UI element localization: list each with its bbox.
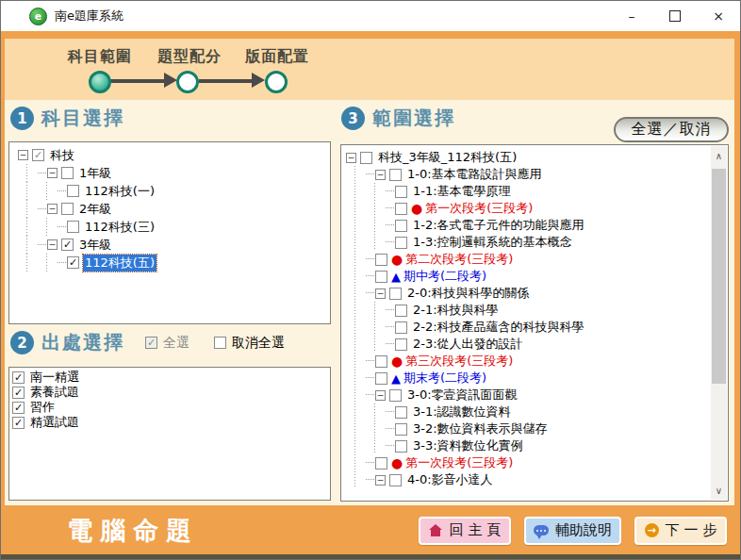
tree-node-label[interactable]: 科技 xyxy=(48,147,76,164)
node-checkbox[interactable] xyxy=(375,457,387,469)
node-checkbox[interactable] xyxy=(67,185,79,197)
node-checkbox[interactable]: ✓ xyxy=(32,149,44,161)
tree-node[interactable]: 2-3:從人出發的設計 xyxy=(346,336,728,353)
collapse-icon[interactable]: − xyxy=(375,475,386,486)
node-checkbox[interactable] xyxy=(389,169,402,181)
tree-node[interactable]: 3-2:數位資料表示與儲存 xyxy=(346,420,728,437)
tree-node[interactable]: −✓科技 xyxy=(18,146,330,164)
list-item-checkbox[interactable]: ✓ xyxy=(12,387,25,399)
tree-node-label[interactable]: 2-1:科技與科學 xyxy=(411,302,501,319)
help-button[interactable]: 輔助說明 xyxy=(524,517,621,545)
tree-node-label[interactable]: 3-0:零壹資訊面面觀 xyxy=(405,387,519,404)
tree-node-label[interactable]: 3-3:資料數位化實例 xyxy=(411,437,525,454)
tree-node-label[interactable]: 1年級 xyxy=(77,165,113,182)
list-item-checkbox[interactable]: ✓ xyxy=(12,402,25,414)
tree-node-label[interactable]: 2年級 xyxy=(77,201,113,218)
tree-node-label[interactable]: 期末考(二段考) xyxy=(402,370,488,387)
collapse-icon[interactable]: − xyxy=(47,239,58,250)
tree-node[interactable]: ●第三次段考(三段考) xyxy=(346,353,728,370)
collapse-icon[interactable]: − xyxy=(375,390,386,401)
tree-node-label[interactable]: 1-1:基本電學原理 xyxy=(411,183,513,200)
node-checkbox[interactable] xyxy=(395,406,407,419)
tree-node-label[interactable]: 3-1:認識數位資料 xyxy=(411,404,513,420)
node-checkbox[interactable] xyxy=(395,423,407,436)
home-button[interactable]: 回 主 頁 xyxy=(419,517,511,545)
list-item-checkbox[interactable]: ✓ xyxy=(12,371,25,384)
node-checkbox[interactable] xyxy=(375,355,387,368)
select-all-checkbox[interactable]: ✓ xyxy=(145,337,157,349)
scrollbar[interactable]: ∧ ∨ xyxy=(711,146,727,500)
deselect-all-checkbox-group[interactable]: 取消全選 xyxy=(214,335,285,352)
tree-node-label[interactable]: 112科技(五) xyxy=(83,255,156,272)
select-all-checkbox-group[interactable]: ✓ 全選 xyxy=(145,335,189,352)
tree-node-label[interactable]: 3-2:數位資料表示與儲存 xyxy=(411,420,550,437)
tree-node-label[interactable]: 112科技(一) xyxy=(83,183,156,200)
tree-node[interactable]: −1年級 xyxy=(18,164,330,182)
scroll-up-icon[interactable]: ∧ xyxy=(711,148,727,163)
node-checkbox[interactable]: ✓ xyxy=(67,256,79,269)
tree-node-label[interactable]: 第一次段考(三段考) xyxy=(403,454,515,471)
node-checkbox[interactable] xyxy=(395,305,407,317)
node-checkbox[interactable] xyxy=(389,389,402,402)
collapse-icon[interactable]: − xyxy=(47,204,58,214)
tree-node-label[interactable]: 2-2:科技產品蘊含的科技與科學 xyxy=(411,319,586,336)
tree-node[interactable]: −3-0:零壹資訊面面觀 xyxy=(346,387,728,404)
tree-node[interactable]: −2-0:科技與科學的關係 xyxy=(346,285,728,302)
tree-node[interactable]: 3-1:認識數位資料 xyxy=(346,404,728,420)
tree-node[interactable]: 3-3:資料數位化實例 xyxy=(346,437,728,454)
tree-node-label[interactable]: 112科技(三) xyxy=(83,219,156,236)
tree-node-label[interactable]: 第二次段考(三段考) xyxy=(403,251,515,268)
node-checkbox[interactable] xyxy=(360,152,372,164)
node-checkbox[interactable] xyxy=(61,203,74,215)
node-checkbox[interactable] xyxy=(67,221,79,233)
node-checkbox[interactable] xyxy=(389,474,402,486)
tree-node[interactable]: ●第一次段考(三段考) xyxy=(346,454,728,471)
tree-node[interactable]: ▲期中考(二段考) xyxy=(346,268,728,285)
node-checkbox[interactable] xyxy=(389,288,402,300)
tree-node[interactable]: 112科技(三) xyxy=(18,218,330,236)
deselect-all-checkbox[interactable] xyxy=(214,337,226,349)
node-checkbox[interactable] xyxy=(395,220,407,232)
select-deselect-all-button[interactable]: 全選／取消 xyxy=(614,117,729,142)
tree-node[interactable]: −科技_3年級_112科技(五) xyxy=(346,149,728,166)
node-checkbox[interactable] xyxy=(375,372,387,385)
tree-node[interactable]: 2-2:科技產品蘊含的科技與科學 xyxy=(346,319,728,336)
list-item[interactable]: ✓素養試題 xyxy=(9,385,330,400)
next-step-button[interactable]: → 下 一 步 xyxy=(634,517,727,545)
close-button[interactable]: × xyxy=(697,1,740,31)
tree-node-label[interactable]: 2-0:科技與科學的關係 xyxy=(405,285,532,302)
tree-node[interactable]: 1-1:基本電學原理 xyxy=(346,183,728,200)
tree-node-label[interactable]: 1-0:基本電路設計與應用 xyxy=(405,166,544,183)
tree-node-label[interactable]: 1-2:各式電子元件的功能與應用 xyxy=(411,217,586,234)
list-item[interactable]: ✓習作 xyxy=(9,400,330,415)
node-checkbox[interactable] xyxy=(375,271,387,283)
tree-node[interactable]: −✓3年級 xyxy=(18,236,330,254)
node-checkbox[interactable] xyxy=(395,440,407,453)
node-checkbox[interactable] xyxy=(375,254,387,266)
node-checkbox[interactable] xyxy=(395,237,407,249)
tree-node[interactable]: −2年級 xyxy=(18,200,330,218)
tree-node-label[interactable]: 科技_3年級_112科技(五) xyxy=(376,149,519,166)
tree-node-label[interactable]: 3年級 xyxy=(77,237,113,254)
minimize-button[interactable]: – xyxy=(610,1,653,31)
scrollbar-thumb[interactable] xyxy=(712,169,726,384)
list-item[interactable]: ✓南一精選 xyxy=(9,370,330,385)
tree-node-label[interactable]: 1-3:控制邏輯系統的基本概念 xyxy=(411,234,574,251)
tree-node[interactable]: 2-1:科技與科學 xyxy=(346,302,728,319)
tree-node[interactable]: ✓112科技(五) xyxy=(18,254,330,272)
tree-node[interactable]: ●第一次段考(三段考) xyxy=(346,200,728,217)
collapse-icon[interactable]: − xyxy=(18,150,28,160)
tree-node-label[interactable]: 第一次段考(三段考) xyxy=(423,200,535,217)
tree-node-label[interactable]: 期中考(二段考) xyxy=(402,268,488,285)
tree-node-label[interactable]: 4-0:影音小達人 xyxy=(405,471,495,488)
tree-node-label[interactable]: 2-3:從人出發的設計 xyxy=(411,336,525,353)
node-checkbox[interactable]: ✓ xyxy=(61,239,74,251)
collapse-icon[interactable]: − xyxy=(375,170,386,180)
list-item[interactable]: ✓精選試題 xyxy=(9,415,330,430)
collapse-icon[interactable]: − xyxy=(375,288,386,299)
tree-node[interactable]: 112科技(一) xyxy=(18,182,330,200)
tree-node[interactable]: 1-3:控制邏輯系統的基本概念 xyxy=(346,234,728,251)
tree-node[interactable]: −4-0:影音小達人 xyxy=(346,471,728,488)
tree-node[interactable]: ●第二次段考(三段考) xyxy=(346,251,728,268)
tree-node[interactable]: ▲期末考(二段考) xyxy=(346,370,728,387)
